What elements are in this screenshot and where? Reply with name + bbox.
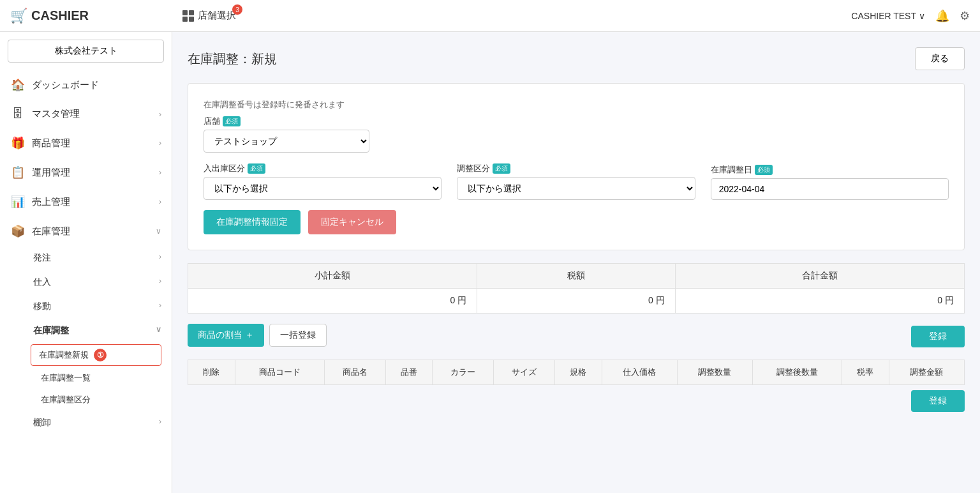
adjust-label: 調整区分 必須 xyxy=(457,163,695,174)
fix-button[interactable]: 在庫調整情報固定 xyxy=(204,210,301,234)
date-label: 在庫調整日 必須 xyxy=(711,164,949,176)
form-note: 在庫調整番号は登録時に発番されます xyxy=(204,99,949,110)
register-button[interactable]: 登録 xyxy=(911,326,965,347)
sidebar-item-adjustment-type[interactable]: 在庫調整区分 xyxy=(0,389,172,411)
register-btn-row: 登録 xyxy=(911,326,965,347)
sidebar-nav: 🏠 ダッシュボード 🗄 マスタ管理 › 🎁 商品管理 › 📋 運用管理 › 📊 … xyxy=(0,70,172,435)
header-nav: 店舗選択 3 xyxy=(182,10,851,22)
sidebar-item-sales[interactable]: 📊 売上管理 › xyxy=(0,187,172,216)
sidebar-item-inventory[interactable]: 📦 在庫管理 ∨ xyxy=(0,216,172,246)
user-info[interactable]: CASHIER TEST ∨ xyxy=(851,11,925,21)
chevron-right-icon: › xyxy=(159,110,161,119)
database-icon: 🗄 xyxy=(10,107,26,121)
summary-row: 0 円 0 円 0 円 xyxy=(188,289,965,314)
col-size: サイズ xyxy=(494,360,555,385)
col-adjust-qty: 調整数量 xyxy=(677,360,752,385)
home-icon: 🏠 xyxy=(10,78,26,92)
sidebar-item-adjustment[interactable]: 在庫調整 ∨ xyxy=(0,319,172,343)
sidebar: 株式会社テスト 🏠 ダッシュボード 🗄 マスタ管理 › 🎁 商品管理 › 📋 運… xyxy=(0,32,172,493)
adjust-group: 調整区分 必須 以下から選択 xyxy=(457,163,695,200)
action-buttons: 在庫調整情報固定 固定キャンセル xyxy=(204,210,949,234)
total-value: 0 円 xyxy=(675,289,964,314)
batch-register-button[interactable]: 一括登録 xyxy=(269,324,327,347)
sidebar-item-product[interactable]: 🎁 商品管理 › xyxy=(0,128,172,158)
store-select-label: 店舗選択 xyxy=(198,10,236,22)
sidebar-item-transfer[interactable]: 移動 › xyxy=(0,294,172,319)
chevron-down-icon: ∨ xyxy=(919,11,925,21)
sidebar-item-master[interactable]: 🗄 マスタ管理 › xyxy=(0,100,172,128)
cancel-button[interactable]: 固定キャンセル xyxy=(308,210,396,234)
sidebar-subsubitem-label: 在庫調整一覧 xyxy=(41,373,91,383)
sidebar-item-operation[interactable]: 📋 運用管理 › xyxy=(0,158,172,187)
summary-table: 小計金額 税額 合計金額 0 円 0 円 0 円 xyxy=(188,263,965,314)
chevron-down-icon: ∨ xyxy=(156,227,161,236)
tax-value: 0 円 xyxy=(477,289,676,314)
required-badge: 必須 xyxy=(493,163,510,174)
store-row: 店舗 必須 テストショップ xyxy=(204,116,949,153)
store-group: 店舗 必須 テストショップ xyxy=(204,116,949,153)
add-product-button[interactable]: 商品の割当 ＋ xyxy=(188,324,264,347)
chevron-right-icon: › xyxy=(159,252,161,261)
logo-text: CASHIER xyxy=(31,8,89,23)
total-header: 合計金額 xyxy=(675,264,964,289)
col-tax-rate: 税率 xyxy=(842,360,889,385)
bell-icon[interactable]: 🔔 xyxy=(935,9,949,23)
sidebar-item-adjustment-new[interactable]: 在庫調整新規 ① xyxy=(31,344,161,366)
store-select[interactable]: テストショップ xyxy=(204,130,369,153)
header: 🛒 CASHIER 店舗選択 3 CASHIER TEST ∨ 🔔 ⚙ xyxy=(0,0,980,32)
header-right: CASHIER TEST ∨ 🔔 ⚙ xyxy=(851,9,970,23)
sidebar-item-label: 運用管理 xyxy=(32,167,152,179)
tax-header: 税額 xyxy=(477,264,676,289)
form-card: 在庫調整番号は登録時に発番されます 店舗 必須 テストショップ 入 xyxy=(188,83,965,250)
sidebar-subitem-label: 在庫調整 xyxy=(33,325,69,335)
adjust-select[interactable]: 以下から選択 xyxy=(457,177,695,200)
register-button-bottom[interactable]: 登録 xyxy=(911,390,965,412)
cart-icon: 🛒 xyxy=(10,8,27,24)
sidebar-item-label: 在庫管理 xyxy=(32,225,149,238)
sidebar-subsubitem-label: 在庫調整新規 xyxy=(39,349,89,361)
io-group: 入出庫区分 必須 以下から選択 xyxy=(204,163,442,200)
chevron-down-icon: ∨ xyxy=(156,325,161,334)
apps-icon xyxy=(182,10,194,22)
col-product-code: 商品コード xyxy=(235,360,324,385)
sidebar-item-purchase[interactable]: 仕入 › xyxy=(0,270,172,294)
required-badge: 必須 xyxy=(223,116,241,126)
col-adjust-amount: 調整金額 xyxy=(889,360,964,385)
date-input[interactable] xyxy=(711,178,949,200)
sidebar-item-dashboard[interactable]: 🏠 ダッシュボード xyxy=(0,70,172,100)
back-button[interactable]: 戻る xyxy=(915,47,965,70)
subtotal-value: 0 円 xyxy=(188,289,477,314)
company-button[interactable]: 株式会社テスト xyxy=(8,40,164,63)
sidebar-subitem-label: 発注 xyxy=(33,252,51,262)
store-label: 店舗 必須 xyxy=(204,116,949,127)
main-content: 在庫調整：新規 戻る 在庫調整番号は登録時に発番されます 店舗 必須 テストショ… xyxy=(172,32,980,493)
product-action-row: 商品の割当 ＋ 一括登録 登録 xyxy=(188,324,965,354)
sidebar-item-shelf[interactable]: 棚卸 › xyxy=(0,411,172,435)
chevron-right-icon: › xyxy=(159,417,161,426)
inventory-submenu: 発注 › 仕入 › 移動 › 在庫調整 ∨ 在庫調整 xyxy=(0,246,172,435)
bottom-register-row: 登録 xyxy=(188,390,965,412)
chevron-right-icon: › xyxy=(159,277,161,285)
sidebar-item-adjustment-list[interactable]: 在庫調整一覧 xyxy=(0,367,172,389)
io-label: 入出庫区分 必須 xyxy=(204,163,442,174)
store-select-button[interactable]: 店舗選択 3 xyxy=(182,10,236,22)
adjustment-submenu: 在庫調整新規 ① 在庫調整一覧 在庫調整区分 xyxy=(0,344,172,411)
sidebar-subitem-label: 棚卸 xyxy=(33,417,51,427)
required-badge: 必須 xyxy=(248,163,265,174)
col-spec: 規格 xyxy=(555,360,602,385)
date-group: 在庫調整日 必須 xyxy=(711,164,949,200)
layout: 株式会社テスト 🏠 ダッシュボード 🗄 マスタ管理 › 🎁 商品管理 › 📋 運… xyxy=(0,32,980,493)
col-item-no: 品番 xyxy=(385,360,433,385)
product-buttons: 商品の割当 ＋ 一括登録 xyxy=(188,324,327,347)
chart-icon: 📊 xyxy=(10,195,26,209)
chevron-right-icon: › xyxy=(159,139,161,148)
sidebar-item-order[interactable]: 発注 › xyxy=(0,246,172,270)
sidebar-subitem-label: 仕入 xyxy=(33,277,51,287)
settings-icon[interactable]: ⚙ xyxy=(960,9,970,23)
required-badge: 必須 xyxy=(755,165,773,175)
logo: 🛒 CASHIER xyxy=(10,8,182,24)
col-color: カラー xyxy=(433,360,494,385)
sidebar-subitem-label: 移動 xyxy=(33,301,51,311)
chevron-right-icon: › xyxy=(159,168,161,177)
io-select[interactable]: 以下から選択 xyxy=(204,177,442,200)
